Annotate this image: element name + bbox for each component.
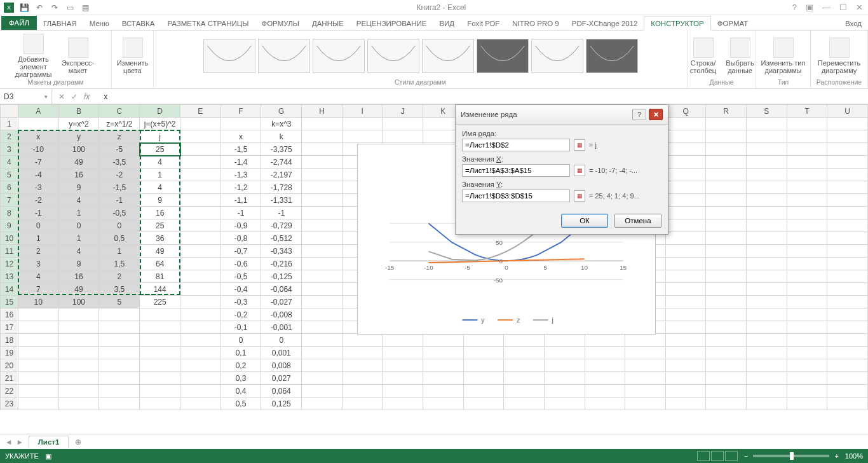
tab-design[interactable]: КОНСТРУКТОР <box>644 17 710 31</box>
cell[interactable]: y <box>58 130 99 143</box>
column-header[interactable]: I <box>342 105 383 118</box>
ribbon-options-icon[interactable]: ▣ <box>806 3 813 12</box>
cell[interactable]: 49 <box>140 245 180 258</box>
cell[interactable] <box>180 296 221 308</box>
cell[interactable] <box>504 359 545 372</box>
row-header[interactable]: 6 <box>1 181 18 194</box>
cell[interactable] <box>665 347 706 359</box>
tab-menu[interactable]: Меню <box>83 17 116 30</box>
cell[interactable] <box>747 156 787 169</box>
cell[interactable]: -1,728 <box>261 181 302 194</box>
cell[interactable] <box>787 334 827 347</box>
cell[interactable] <box>827 308 868 321</box>
cell[interactable] <box>463 334 504 347</box>
cell[interactable] <box>463 372 504 385</box>
cell[interactable] <box>787 143 827 156</box>
cell[interactable] <box>302 397 342 410</box>
cell[interactable] <box>706 397 747 410</box>
cell[interactable] <box>787 296 827 308</box>
cell[interactable]: -0,7 <box>220 245 261 258</box>
cell[interactable] <box>180 283 221 296</box>
cell[interactable] <box>787 219 827 232</box>
save-icon[interactable]: 💾 <box>19 3 29 13</box>
cell[interactable]: -1,5 <box>220 143 261 156</box>
cell[interactable] <box>706 156 747 169</box>
cell[interactable]: -1,331 <box>261 194 302 207</box>
cell[interactable]: 4 <box>18 270 58 283</box>
cell[interactable]: 0,4 <box>220 385 261 397</box>
cell[interactable]: x <box>220 130 261 143</box>
cell[interactable]: 1 <box>58 207 99 219</box>
series-y-input[interactable] <box>462 190 570 202</box>
cell[interactable] <box>302 270 342 283</box>
cell[interactable] <box>585 347 625 359</box>
cell[interactable] <box>747 118 787 130</box>
cell[interactable]: x <box>18 130 58 143</box>
cell[interactable]: -7 <box>18 156 58 169</box>
cell[interactable] <box>423 372 464 385</box>
cell[interactable]: -0,9 <box>220 219 261 232</box>
cell[interactable] <box>180 232 221 245</box>
macro-record-icon[interactable]: ▣ <box>45 452 51 460</box>
cell[interactable] <box>747 181 787 194</box>
dialog-help-icon[interactable]: ? <box>632 109 646 120</box>
cell[interactable] <box>827 169 868 181</box>
cell[interactable] <box>665 397 706 410</box>
cell[interactable]: k <box>261 130 302 143</box>
cell[interactable] <box>180 143 221 156</box>
cell[interactable] <box>665 245 706 258</box>
cell[interactable] <box>302 308 342 321</box>
cell[interactable] <box>302 334 342 347</box>
cell[interactable]: 49 <box>58 283 99 296</box>
cell[interactable] <box>544 347 585 359</box>
cell[interactable] <box>585 385 625 397</box>
cell[interactable] <box>302 245 342 258</box>
row-header[interactable]: 5 <box>1 169 18 181</box>
cell[interactable] <box>665 130 706 143</box>
chart-style-thumb[interactable] <box>367 39 419 73</box>
cell[interactable] <box>665 296 706 308</box>
cell[interactable] <box>787 359 827 372</box>
cell[interactable] <box>787 118 827 130</box>
column-header[interactable]: G <box>261 105 302 118</box>
column-header[interactable]: C <box>99 105 140 118</box>
minimize-icon[interactable]: — <box>822 3 831 12</box>
chevron-down-icon[interactable]: ▾ <box>44 93 48 100</box>
cell[interactable]: 3,5 <box>99 283 140 296</box>
cell[interactable]: j <box>140 130 180 143</box>
column-header[interactable]: B <box>58 105 99 118</box>
fx-icon[interactable]: fx <box>84 92 93 101</box>
cell[interactable] <box>302 347 342 359</box>
change-colors-button[interactable]: Изменить цвета <box>114 38 152 74</box>
cell[interactable] <box>180 321 221 334</box>
cell[interactable] <box>99 308 140 321</box>
cell[interactable] <box>302 181 342 194</box>
zoom-out-icon[interactable]: − <box>744 452 748 460</box>
change-chart-type-button[interactable]: Изменить тип диаграммы <box>759 38 808 74</box>
cell[interactable] <box>18 308 58 321</box>
cell[interactable] <box>827 372 868 385</box>
cell[interactable]: -0,027 <box>261 296 302 308</box>
cell[interactable]: -2,744 <box>261 156 302 169</box>
cell[interactable]: z <box>99 130 140 143</box>
cell[interactable] <box>180 219 221 232</box>
cell[interactable] <box>827 118 868 130</box>
cell[interactable]: -0,4 <box>220 283 261 296</box>
cell[interactable] <box>504 334 545 347</box>
cell[interactable]: 5 <box>99 296 140 308</box>
cell[interactable]: 4 <box>58 194 99 207</box>
cell[interactable] <box>827 232 868 245</box>
cell[interactable] <box>544 334 585 347</box>
cell[interactable] <box>665 359 706 372</box>
cell[interactable] <box>383 118 423 130</box>
cell[interactable]: -0,3 <box>220 296 261 308</box>
tab-data[interactable]: ДАННЫЕ <box>306 17 350 30</box>
cell[interactable]: 81 <box>140 270 180 283</box>
cell[interactable]: 4 <box>140 156 180 169</box>
formula-input[interactable]: x <box>100 92 868 101</box>
cell[interactable] <box>827 334 868 347</box>
help-icon[interactable]: ? <box>792 3 797 12</box>
cell[interactable]: 100 <box>58 296 99 308</box>
cell[interactable] <box>140 359 180 372</box>
cell[interactable] <box>665 118 706 130</box>
